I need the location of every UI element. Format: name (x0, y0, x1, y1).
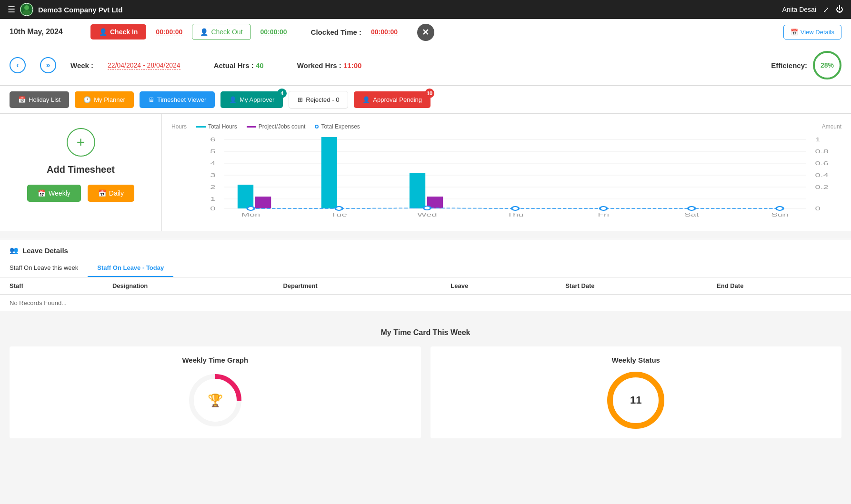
teal-legend-color (196, 126, 206, 128)
leave-table-header: Staff Designation Department Leave Start… (0, 277, 851, 295)
grid-icon: ⊞ (298, 96, 303, 103)
weekly-status-title: Weekly Status (440, 356, 832, 364)
company-logo (20, 3, 33, 16)
svg-point-2 (23, 10, 30, 15)
weekly-button[interactable]: 📅 Weekly (27, 185, 81, 202)
svg-rect-25 (321, 137, 337, 208)
table-header-row: Staff Designation Department Leave Start… (0, 277, 851, 295)
actual-hrs-value: 40 (256, 61, 264, 69)
prev-week-button[interactable]: ‹ (10, 57, 26, 73)
checkin-icon: 👤 (99, 28, 107, 36)
efficiency-section: Efficiency: 28% (771, 51, 841, 79)
hamburger-icon[interactable]: ☰ (8, 4, 15, 15)
next-week-button[interactable]: » (40, 57, 56, 73)
col-designation: Designation (103, 277, 274, 295)
svg-text:Sat: Sat (684, 212, 699, 217)
legend-project-jobs: Project/Jobs count (247, 123, 306, 130)
tab-staff-on-leave-week[interactable]: Staff On Leave this week (0, 259, 88, 277)
top-nav-right: Anita Desai ⤢ ⏻ (782, 5, 843, 14)
add-timesheet-panel: + Add Timesheet 📅 Weekly 📅 Daily (0, 114, 162, 231)
svg-text:0.8: 0.8 (815, 148, 828, 154)
svg-text:1: 1 (210, 196, 215, 202)
efficiency-label: Efficiency: (771, 61, 807, 69)
svg-text:Fri: Fri (598, 212, 609, 217)
checkin-button[interactable]: 👤 Check In (90, 24, 146, 40)
efficiency-circle: 28% (813, 51, 841, 79)
current-date: 10th May, 2024 (10, 28, 81, 36)
rejected-button[interactable]: ⊞ Rejected - 0 (289, 91, 348, 109)
svg-rect-24 (255, 197, 271, 208)
svg-point-36 (335, 207, 342, 210)
daily-button[interactable]: 📅 Daily (88, 185, 134, 202)
svg-text:0.2: 0.2 (815, 184, 828, 190)
col-end-date: End Date (707, 277, 851, 295)
timesheet-viewer-button[interactable]: 🖥 Timesheet Viewer (140, 91, 215, 108)
top-nav-left: ☰ Demo3 Company Pvt Ltd (8, 3, 123, 16)
calendar-icon: 📅 (791, 29, 798, 36)
bar-chart: 6 5 4 3 2 1 0 1 0.8 0.6 0.4 0.2 0 Mon (171, 135, 841, 220)
col-start-date: Start Date (556, 277, 707, 295)
svg-text:6: 6 (210, 137, 215, 142)
legend-total-hours: Total Hours (196, 123, 237, 130)
action-bar: 📅 Holiday List 🕐 My Planner 🖥 Timesheet … (0, 86, 851, 114)
svg-point-41 (776, 207, 783, 210)
divider2 (0, 311, 851, 315)
col-department: Department (273, 277, 441, 295)
calendar-icon: 📅 (98, 189, 106, 197)
expand-icon[interactable]: ⤢ (823, 5, 829, 14)
weekly-time-graph-title: Weekly Time Graph (19, 356, 411, 364)
approver-badge: 4 (277, 89, 287, 98)
clock-icon: 🕐 (83, 96, 91, 103)
power-icon[interactable]: ⏻ (836, 5, 843, 14)
checkout-button[interactable]: 👤 Check Out (192, 24, 250, 40)
weekly-status-card: Weekly Status 11 (431, 346, 842, 438)
my-planner-button[interactable]: 🕐 My Planner (75, 91, 134, 108)
trophy-icon: 🏆 (208, 393, 223, 408)
leave-header: 👥 Leave Details (0, 239, 851, 255)
approval-badge: 10 (425, 89, 434, 98)
clocked-label: Clocked Time : (311, 28, 361, 36)
no-records-row: No Records Found... (0, 295, 851, 312)
checkout-time: 00:00:00 (260, 28, 287, 36)
svg-text:0.4: 0.4 (815, 172, 828, 178)
svg-text:Tue: Tue (331, 212, 347, 217)
close-button[interactable]: ✕ (417, 24, 434, 41)
view-details-button[interactable]: 📅 View Details (783, 25, 841, 40)
calendar-icon: 📅 (38, 189, 46, 197)
purple-legend-color (247, 126, 256, 128)
add-timesheet-button[interactable]: + (67, 128, 95, 157)
worked-hrs-label: Worked Hrs : 11:00 (297, 61, 362, 69)
timecard-title: My Time Card This Week (10, 328, 841, 337)
svg-text:0: 0 (210, 206, 215, 211)
col-staff: Staff (0, 277, 103, 295)
top-nav: ☰ Demo3 Company Pvt Ltd Anita Desai ⤢ ⏻ (0, 0, 851, 19)
monitor-icon: 🖥 (148, 96, 154, 103)
approval-pending-button[interactable]: 👤 Approval Pending 10 (354, 91, 431, 108)
week-label: Week : (70, 61, 93, 69)
svg-point-37 (423, 206, 431, 210)
hours-axis-label: Hours (171, 123, 187, 130)
worked-hrs-value: 11:00 (343, 61, 361, 69)
timesheet-type-buttons: 📅 Weekly 📅 Daily (27, 185, 134, 202)
my-approver-button[interactable]: 👤 My Approver 4 (220, 91, 283, 108)
chart-legend: Hours Total Hours Project/Jobs count Tot… (171, 123, 841, 130)
legend-total-expenses: Total Expenses (315, 123, 360, 130)
user-name: Anita Desai (782, 6, 816, 13)
week-bar: ‹ » Week : 22/04/2024 - 28/04/2024 Actua… (0, 45, 851, 86)
holiday-list-button[interactable]: 📅 Holiday List (10, 91, 69, 108)
leave-table-body: No Records Found... (0, 295, 851, 312)
person-icon: 👤 (362, 96, 370, 103)
blue-dot-legend (315, 125, 319, 128)
svg-text:Mon: Mon (241, 212, 260, 217)
svg-text:Sun: Sun (771, 212, 788, 217)
svg-rect-23 (238, 185, 253, 208)
col-leave: Leave (441, 277, 556, 295)
svg-text:4: 4 (210, 160, 215, 166)
svg-text:0.6: 0.6 (815, 160, 828, 166)
weekly-status-circle: 11 (607, 372, 664, 429)
clocked-time: 00:00:00 (371, 28, 398, 36)
tab-staff-on-leave-today[interactable]: Staff On Leave - Today (88, 259, 173, 277)
svg-point-35 (247, 207, 254, 210)
svg-rect-26 (410, 173, 425, 208)
add-timesheet-title: Add Timesheet (47, 164, 115, 175)
